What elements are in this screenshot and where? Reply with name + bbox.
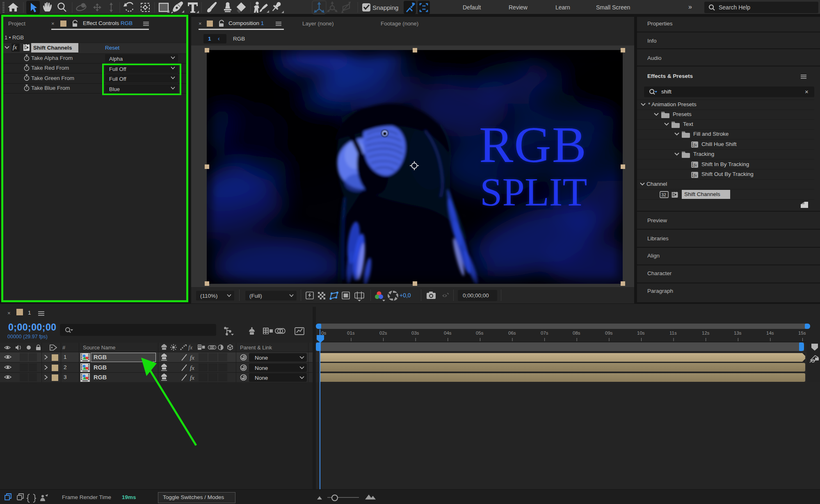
svg-text:Snapping: Snapping — [372, 4, 398, 11]
svg-text:fx: fx — [694, 173, 697, 178]
svg-text:SPLIT: SPLIT — [480, 170, 587, 214]
svg-text:fx: fx — [694, 142, 697, 147]
svg-text:32: 32 — [661, 192, 666, 197]
svg-text:fx: fx — [188, 344, 193, 351]
svg-text:fx: fx — [694, 162, 697, 167]
svg-text:RGB: RGB — [479, 116, 587, 173]
